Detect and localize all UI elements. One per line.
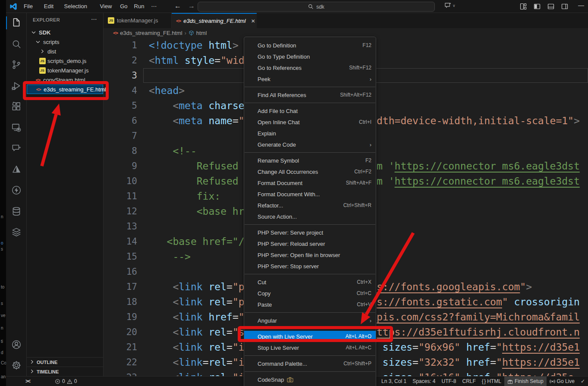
source-control-icon[interactable] [6,55,27,75]
menu-item-go-to-references[interactable]: Go to ReferencesShift+F12 [244,62,376,73]
account-icon[interactable] [6,335,27,355]
code-text: <meta name=" [149,113,245,129]
database-icon[interactable] [6,201,27,221]
toggle-secondary-sidebar-icon[interactable] [561,3,568,12]
tree-item-e3ds-streaming-fe-html[interactable]: <>e3ds_streaming_FE.html [27,85,103,94]
menu-separator [245,274,375,274]
menu-run[interactable]: Run [130,0,148,13]
extensions-icon[interactable] [6,97,27,116]
background-window-sliver: nostosventidCoan [0,0,6,386]
menu-item-explain[interactable]: Explain [244,128,376,139]
command-center-search[interactable]: sdk [198,2,435,12]
nav-back-icon[interactable]: ← [174,0,181,13]
menu-item-generate-code[interactable]: Generate Code› [244,139,376,150]
tree-item-scripts-demo-js[interactable]: JSscripts_demo.js [27,56,103,66]
menu-item-source-action---[interactable]: Source Action... [244,211,376,222]
menu-item-php-server--serve-project[interactable]: PHP Server: Serve project [244,227,376,238]
remote-explorer-icon[interactable] [6,118,27,138]
menu-item-peek[interactable]: Peek› [244,73,376,85]
gift-icon [507,379,513,384]
code-text: <html style="wid [149,53,245,68]
thunder-client-icon[interactable] [6,180,27,200]
menu-item-rename-symbol[interactable]: Rename SymbolF2 [244,155,376,166]
menu-item-refactor---[interactable]: Refactor...Ctrl+Shift+R [244,200,376,211]
line-number: 2 [104,53,137,68]
menu-edit[interactable]: Edit [40,0,57,13]
menu-item-open-with-live-server[interactable]: Open with Live ServerAlt+L Alt+O [244,331,376,342]
line-number: 10 [104,174,137,189]
tree-item-dist[interactable]: dist [27,47,103,56]
status-html[interactable]: { }HTML [479,377,504,386]
menu-item-php-server--stop-server[interactable]: PHP Server: Stop server [244,260,376,272]
status-go-live[interactable]: Go Live [547,377,578,386]
menu-item-label: Go to Type Definition [258,53,371,60]
problems-status[interactable]: 0 0 [52,377,80,386]
status-finish-setup[interactable]: Finish Setup [504,377,547,386]
breadcrumb-symbol[interactable]: html [196,30,207,36]
menu-go[interactable]: Go [116,0,131,13]
explorer-icon[interactable] [6,13,27,33]
html-file-icon: <> [176,18,181,24]
tab-e3ds-streaming-fe-html[interactable]: <>e3ds_streaming_FE.html✕ [172,13,257,28]
layout-customize-icon[interactable] [520,3,527,12]
toggle-sidebar-icon[interactable] [534,3,541,12]
prism-icon[interactable] [6,160,27,179]
menu-item-php-server--reload-server[interactable]: PHP Server: Reload server [244,238,376,249]
status-utf-8[interactable]: UTF-8 [439,377,459,386]
menu-item-cut[interactable]: CutCtrl+X [244,276,376,288]
nav-forward-icon[interactable]: → [188,0,195,13]
explorer-more-actions-icon[interactable]: ⋯ [91,16,97,22]
line-number: 3 [104,68,137,83]
panel-outline[interactable]: OUTLINE [27,357,103,367]
menu-item-angular[interactable]: Angular› [244,315,376,326]
breadcrumb-file[interactable]: e3ds_streaming_FE.html [120,30,182,36]
menu-item-go-to-definition[interactable]: Go to DefinitionF12 [244,40,376,51]
menu-item-codesnap[interactable]: CodeSnap [244,374,376,385]
menu-item-label: Open Inline Chat [258,119,359,126]
toggle-panel-icon[interactable] [547,3,554,12]
menu-item-go-to-type-definition[interactable]: Go to Type Definition [244,51,376,62]
error-icon [55,379,60,384]
menu-item-shortcut: Shift+Alt+F12 [340,92,371,98]
menu-item-open-inline-chat[interactable]: Open Inline ChatCtrl+I [244,116,376,128]
panel-timeline[interactable]: TIMELINE [27,367,103,376]
menu-item-command-palette---[interactable]: Command Palette...Ctrl+Shift+P [244,358,376,369]
tree-item-sdk[interactable]: SDK [27,28,103,37]
settings-gear-icon[interactable] [6,355,27,375]
menu-[interactable]: ⋯ [147,0,160,13]
menu-view[interactable]: View [96,0,116,13]
menu-item-add-file-to-chat[interactable]: Add File to Chat [244,105,376,116]
menu-item-stop-live-server[interactable]: Stop Live ServerAlt+L Alt+C [244,342,376,353]
menu-item-label: PHP Server: Serve project [258,229,371,236]
tree-item-scripts[interactable]: scripts [27,37,103,47]
layers-icon[interactable] [6,222,27,242]
tree-item-tokenmanager-js[interactable]: JStokenManager.js [27,66,103,75]
menu-item-php-server--open-file-in-browser[interactable]: PHP Server: Open file in browser [244,249,376,260]
code-text: s://fonts.gstatic.com" crossorigin [377,295,580,310]
tab-tokenmanager-js[interactable]: JStokenManager.js [104,13,172,28]
line-number: 15 [104,249,137,264]
menu-item-change-all-occurrences[interactable]: Change All OccurrencesCtrl+F2 [244,166,376,177]
minimize-button[interactable]: — [578,2,584,9]
menu-item-find-all-references[interactable]: Find All ReferencesShift+Alt+F12 [244,89,376,100]
menu-item-copy[interactable]: CopyCtrl+C [244,288,376,299]
explorer-header: EXPLORER ⋯ [27,13,103,28]
tree-item-copystream-html[interactable]: <>copyStream.html [27,75,103,85]
menu-item-format-document-with---[interactable]: Format Document With... [244,188,376,200]
tab-label: tokenManager.js [117,17,158,24]
status--[interactable]: ✓ [578,377,588,386]
menu-selection[interactable]: Selection [60,0,91,13]
run-debug-icon[interactable] [6,76,27,96]
remote-indicator[interactable]: >< [22,377,33,386]
menu-item-format-document[interactable]: Format DocumentShift+Alt+F [244,177,376,188]
status-ln-3--col-1[interactable]: Ln 3, Col 1 [378,377,409,386]
menu-item-label: Source Action... [258,213,371,220]
status-crlf[interactable]: CRLF [459,377,479,386]
copilot-menu-icon[interactable]: ∨ [444,2,456,9]
menu-file[interactable]: File [20,0,37,13]
chat-icon[interactable] [6,138,27,158]
menu-item-paste[interactable]: PasteCtrl+V [244,299,376,310]
search-icon[interactable] [6,34,27,54]
tab-close-icon[interactable]: ✕ [251,18,255,24]
status-spaces--4[interactable]: Spaces: 4 [409,377,438,386]
